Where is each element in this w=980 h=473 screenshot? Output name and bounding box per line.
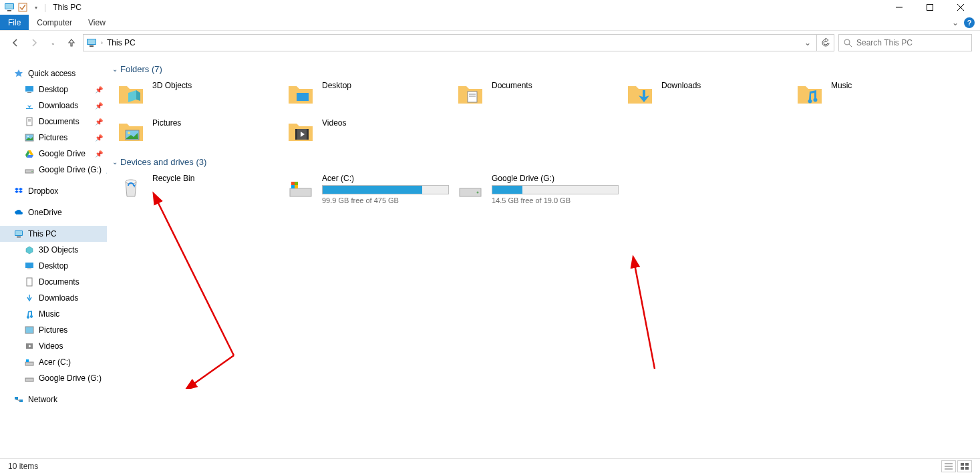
onedrive-icon xyxy=(13,207,24,218)
recent-locations-dropdown[interactable]: ⌄ xyxy=(45,35,60,50)
drive-icon xyxy=(456,172,485,202)
close-button[interactable] xyxy=(945,0,976,15)
tree-pc-desktop[interactable]: Desktop xyxy=(0,258,107,274)
recycle-bin[interactable]: Recycle Bin xyxy=(112,170,282,207)
minimize-button[interactable] xyxy=(884,0,915,15)
folder-label: Desktop xyxy=(322,80,351,90)
svg-rect-61 xyxy=(961,463,964,466)
search-input[interactable] xyxy=(856,38,967,47)
up-button[interactable] xyxy=(64,35,79,50)
svg-rect-38 xyxy=(468,92,477,102)
folder-desktop[interactable]: Desktop xyxy=(282,77,452,114)
folder-3d-objects[interactable]: 3D Objects xyxy=(112,77,282,114)
tab-computer[interactable]: Computer xyxy=(29,15,80,30)
refresh-button[interactable] xyxy=(817,34,834,51)
folder-music[interactable]: Music xyxy=(791,77,961,114)
downloads-icon xyxy=(24,293,35,303)
folder-label: Videos xyxy=(322,117,346,128)
folder-downloads[interactable]: Downloads xyxy=(621,77,791,114)
recycle-bin-label: Recycle Bin xyxy=(152,172,194,183)
this-pc-icon xyxy=(13,228,24,239)
tree-qa-pictures[interactable]: Pictures 📌 xyxy=(0,130,107,146)
svg-rect-34 xyxy=(15,397,18,400)
tree-pc-documents[interactable]: Documents xyxy=(0,274,107,290)
folder-label: Documents xyxy=(492,80,532,90)
folder-videos[interactable]: Videos xyxy=(282,114,452,152)
view-large-icons-button[interactable] xyxy=(957,460,972,472)
ribbon-collapse-icon[interactable]: ⌄ xyxy=(952,18,959,27)
network-icon xyxy=(13,394,24,405)
tree-qa-google-drive[interactable]: Google Drive 📌 xyxy=(0,146,107,162)
group-header-folders[interactable]: ⌄ Folders (7) xyxy=(112,64,980,74)
search-box[interactable] xyxy=(838,34,972,51)
group-header-drives[interactable]: ⌄ Devices and drives (3) xyxy=(112,157,980,167)
tree-qa-documents[interactable]: Documents 📌 xyxy=(0,114,107,130)
tree-pc-videos[interactable]: Videos xyxy=(0,338,107,354)
drive-usage-bar xyxy=(492,185,619,194)
help-icon[interactable]: ? xyxy=(964,17,975,28)
address-text: This PC xyxy=(107,38,798,47)
folder-icon xyxy=(286,80,315,109)
svg-rect-47 xyxy=(290,188,311,196)
folder-pictures[interactable]: Pictures xyxy=(112,114,282,152)
drive-google-drive-g[interactable]: Google Drive (G:) 14.5 GB free of 19.0 G… xyxy=(452,170,621,207)
svg-rect-13 xyxy=(25,86,33,92)
svg-rect-50 xyxy=(295,182,298,185)
folder-icon xyxy=(625,80,655,109)
drive-icon xyxy=(24,373,35,383)
tree-pc-acer-c[interactable]: Acer (C:) xyxy=(0,354,107,370)
tree-label: Downloads xyxy=(39,101,78,110)
svg-rect-49 xyxy=(291,182,295,185)
tree-onedrive[interactable]: OneDrive xyxy=(0,204,107,220)
svg-rect-25 xyxy=(17,236,21,238)
qat-dropdown-icon[interactable]: ▾ xyxy=(31,2,41,13)
folder-documents[interactable]: Documents xyxy=(452,77,621,114)
properties-icon[interactable] xyxy=(17,2,28,13)
tree-network[interactable]: Network xyxy=(0,391,107,408)
downloads-icon xyxy=(24,100,35,111)
svg-rect-62 xyxy=(965,463,969,466)
status-item-count: 10 items xyxy=(8,462,38,471)
folder-label: Pictures xyxy=(152,117,181,128)
tree-qa-google-drive-g[interactable]: Google Drive (G:) 📌 xyxy=(0,162,107,178)
tree-label: Documents xyxy=(39,117,79,126)
tree-qa-desktop[interactable]: Desktop 📌 xyxy=(0,82,107,98)
tree-pc-pictures[interactable]: Pictures xyxy=(0,322,107,338)
tree-quick-access[interactable]: Quick access xyxy=(0,65,107,82)
tree-pc-3d-objects[interactable]: 3D Objects xyxy=(0,242,107,258)
quick-access-icon xyxy=(13,68,24,79)
folder-icon xyxy=(286,117,315,146)
tab-view[interactable]: View xyxy=(80,15,114,30)
tree-label: This PC xyxy=(28,229,57,239)
tree-this-pc[interactable]: This PC xyxy=(0,226,107,242)
svg-line-55 xyxy=(192,355,234,385)
address-bar[interactable]: › This PC ⌄ xyxy=(83,34,817,51)
svg-rect-64 xyxy=(965,467,969,470)
svg-rect-26 xyxy=(25,263,33,268)
svg-rect-24 xyxy=(15,231,22,235)
tree-label: OneDrive xyxy=(28,208,62,217)
quick-access-toolbar: ▾ | xyxy=(4,2,46,13)
tree-dropbox[interactable]: Dropbox xyxy=(0,183,107,199)
address-history-dropdown[interactable]: ⌄ xyxy=(802,38,814,47)
tree-pc-google-drive-g[interactable]: Google Drive (G:) xyxy=(0,370,107,386)
tab-file[interactable]: File xyxy=(0,15,29,30)
tree-qa-downloads[interactable]: Downloads 📌 xyxy=(0,98,107,114)
3d-objects-icon xyxy=(24,245,35,255)
svg-rect-9 xyxy=(88,39,96,44)
maximize-button[interactable] xyxy=(915,0,945,15)
folder-icon xyxy=(116,117,146,146)
breadcrumb-chevron-icon[interactable]: › xyxy=(101,39,103,46)
forward-button[interactable] xyxy=(27,35,41,50)
window-title: This PC xyxy=(53,3,81,12)
drive-icon xyxy=(24,164,35,175)
view-details-button[interactable] xyxy=(941,460,956,472)
tree-pc-music[interactable]: Music xyxy=(0,306,107,322)
tree-pc-downloads[interactable]: Downloads xyxy=(0,290,107,306)
ribbon-tabs: File Computer View ⌄ ? xyxy=(0,15,980,31)
drive-acer-c[interactable]: Acer (C:) 99.9 GB free of 475 GB xyxy=(282,170,452,207)
tree-label: Desktop xyxy=(39,85,68,94)
svg-point-54 xyxy=(477,192,479,194)
back-button[interactable] xyxy=(8,35,23,50)
svg-rect-45 xyxy=(307,129,309,140)
